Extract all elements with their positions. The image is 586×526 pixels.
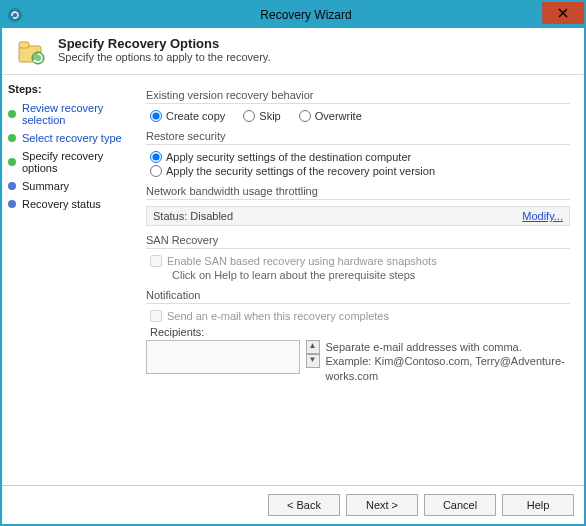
svg-rect-2 xyxy=(19,42,29,48)
title-bar: Recovery Wizard xyxy=(2,2,584,28)
step-review-recovery-selection[interactable]: Review recovery selection xyxy=(8,99,130,129)
throttling-status: Status: Disabled xyxy=(153,210,233,222)
throttling-status-row: Status: Disabled Modify... xyxy=(146,206,570,226)
app-icon xyxy=(2,2,28,28)
san-recovery-title: SAN Recovery xyxy=(146,234,570,246)
radio-skip[interactable]: Skip xyxy=(243,110,280,122)
svg-point-0 xyxy=(8,8,22,22)
cancel-button[interactable]: Cancel xyxy=(424,494,496,516)
step-specify-recovery-options: Specify recovery options xyxy=(8,147,130,177)
san-help-hint: Click on Help to learn about the prerequ… xyxy=(146,269,570,281)
radio-overwrite[interactable]: Overwrite xyxy=(299,110,362,122)
step-select-recovery-type[interactable]: Select recovery type xyxy=(8,129,130,147)
notification-title: Notification xyxy=(146,289,570,301)
close-icon xyxy=(557,7,569,19)
san-enable-label: Enable SAN based recovery using hardware… xyxy=(167,255,437,267)
step-recovery-status: Recovery status xyxy=(8,195,130,213)
spin-up-icon: ▲ xyxy=(306,340,320,354)
steps-panel: Steps: Review recovery selection Select … xyxy=(2,75,136,485)
recipients-input xyxy=(146,340,300,374)
wizard-footer: < Back Next > Cancel Help xyxy=(2,485,584,524)
page-title: Specify Recovery Options xyxy=(58,36,271,51)
step-summary: Summary xyxy=(8,177,130,195)
window-title: Recovery Wizard xyxy=(28,8,584,22)
send-email-label: Send an e-mail when this recovery comple… xyxy=(167,310,389,322)
existing-version-title: Existing version recovery behavior xyxy=(146,89,570,101)
help-button[interactable]: Help xyxy=(502,494,574,516)
next-button[interactable]: Next > xyxy=(346,494,418,516)
options-panel: Existing version recovery behavior Creat… xyxy=(136,75,584,485)
wizard-header: Specify Recovery Options Specify the opt… xyxy=(2,28,584,75)
close-button[interactable] xyxy=(542,2,584,24)
restore-security-title: Restore security xyxy=(146,130,570,142)
back-button[interactable]: < Back xyxy=(268,494,340,516)
recovery-wizard-window: Recovery Wizard Specify Recovery Options… xyxy=(0,0,586,526)
recipients-label: Recipients: xyxy=(146,326,570,338)
radio-security-destination[interactable]: Apply security settings of the destinati… xyxy=(150,151,570,163)
throttling-title: Network bandwidth usage throttling xyxy=(146,185,570,197)
modify-link[interactable]: Modify... xyxy=(522,210,563,222)
radio-security-recovery-point[interactable]: Apply the security settings of the recov… xyxy=(150,165,570,177)
checkbox-enable-san xyxy=(150,255,162,267)
radio-create-copy[interactable]: Create copy xyxy=(150,110,225,122)
checkbox-send-email xyxy=(150,310,162,322)
recipients-hint: Separate e-mail addresses with comma. Ex… xyxy=(326,340,571,383)
page-subtitle: Specify the options to apply to the reco… xyxy=(58,51,271,63)
spin-down-icon: ▼ xyxy=(306,354,320,368)
recipients-spinner: ▲ ▼ xyxy=(306,340,320,368)
wizard-header-icon xyxy=(16,36,48,68)
steps-title: Steps: xyxy=(8,83,130,95)
